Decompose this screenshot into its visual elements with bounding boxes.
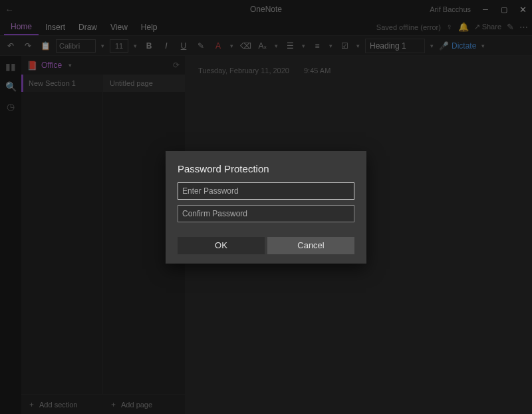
ok-button[interactable]: OK bbox=[178, 237, 265, 254]
dialog-title: Password Protection bbox=[178, 163, 354, 174]
confirm-password-input[interactable] bbox=[178, 205, 354, 222]
modal-backdrop: Password Protection OK Cancel bbox=[0, 0, 532, 414]
enter-password-input[interactable] bbox=[178, 182, 354, 200]
password-dialog: Password Protection OK Cancel bbox=[166, 151, 366, 264]
cancel-button[interactable]: Cancel bbox=[267, 237, 354, 254]
